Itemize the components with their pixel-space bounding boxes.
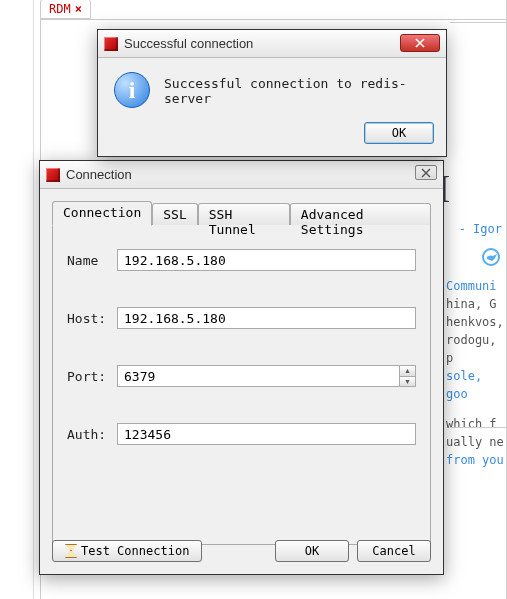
name-label: Name <box>67 253 117 268</box>
test-connection-label: Test Connection <box>81 544 189 558</box>
tab-rdm-label: RDM <box>49 2 71 16</box>
port-input[interactable] <box>117 365 416 387</box>
alert-title: Successful connection <box>124 36 253 51</box>
bg-text: henkvos, <box>446 313 506 331</box>
alert-ok-button[interactable]: OK <box>364 122 434 144</box>
name-input[interactable] <box>117 249 416 271</box>
ok-button[interactable]: OK <box>275 540 349 562</box>
host-input[interactable] <box>117 307 416 329</box>
tab-rdm[interactable]: RDM × <box>40 0 91 19</box>
test-connection-button[interactable]: Test Connection <box>52 540 202 562</box>
auth-input[interactable] <box>117 423 416 445</box>
window-close-button[interactable] <box>415 165 437 180</box>
tab-advanced-label: Advanced Settings <box>301 207 364 237</box>
connection-titlebar[interactable]: Connection <box>40 161 443 189</box>
spin-up-icon[interactable]: ▲ <box>399 366 415 377</box>
app-icon <box>104 37 118 51</box>
tab-ssh-label: SSH Tunnel <box>209 207 256 237</box>
window-close-button[interactable] <box>400 34 440 52</box>
divider <box>450 427 506 428</box>
tab-ssl-label: SSL <box>163 207 186 222</box>
close-icon[interactable]: × <box>75 2 82 16</box>
port-label: Port: <box>67 369 117 384</box>
tab-content-connection: Name Host: Port: ▲ ▼ Auth: <box>52 225 431 545</box>
alert-message: Successful connection to redis-server <box>164 72 430 106</box>
spin-down-icon[interactable]: ▼ <box>399 377 415 387</box>
tab-strip: RDM × <box>40 0 507 20</box>
editor-gutter <box>33 0 34 599</box>
bg-text: rodogu, p <box>446 331 506 367</box>
hourglass-icon <box>65 544 77 558</box>
tab-ssl[interactable]: SSL <box>152 203 197 225</box>
cancel-label: Cancel <box>372 544 415 558</box>
bg-sidebar: - Igor Communi hina, G henkvos, rodogu, … <box>446 220 506 469</box>
cancel-button[interactable]: Cancel <box>357 540 431 562</box>
bg-link[interactable]: Communi <box>446 277 506 295</box>
bg-text: which f <box>446 415 506 433</box>
alert-body: i Successful connection to redis-server <box>98 58 446 118</box>
tab-ssh-tunnel[interactable]: SSH Tunnel <box>198 203 290 225</box>
port-spinner[interactable]: ▲ ▼ <box>399 366 415 386</box>
auth-label: Auth: <box>67 427 117 442</box>
byline: - Igor <box>446 220 506 238</box>
divider <box>450 22 506 23</box>
connection-dialog: Connection Connection SSL SSH Tunnel Adv… <box>39 160 444 575</box>
app-icon <box>46 168 60 182</box>
info-icon: i <box>114 72 150 108</box>
bg-text: ually ne <box>446 433 506 451</box>
alert-titlebar[interactable]: Successful connection <box>98 30 446 58</box>
connection-title: Connection <box>66 167 132 182</box>
alert-ok-label: OK <box>392 126 406 140</box>
tab-connection[interactable]: Connection <box>52 201 152 226</box>
connection-body: Connection SSL SSH Tunnel Advanced Setti… <box>40 189 443 574</box>
bg-text: hina, G <box>446 295 506 313</box>
bg-link[interactable]: from you <box>446 451 506 469</box>
host-label: Host: <box>67 311 117 326</box>
twitter-icon[interactable] <box>482 248 500 266</box>
tab-advanced[interactable]: Advanced Settings <box>290 203 431 225</box>
connection-tabs: Connection SSL SSH Tunnel Advanced Setti… <box>52 201 431 225</box>
bg-link[interactable]: sole, goo <box>446 367 506 403</box>
tab-connection-label: Connection <box>63 205 141 220</box>
ok-label: OK <box>305 544 319 558</box>
alert-dialog: Successful connection i Successful conne… <box>97 29 447 157</box>
